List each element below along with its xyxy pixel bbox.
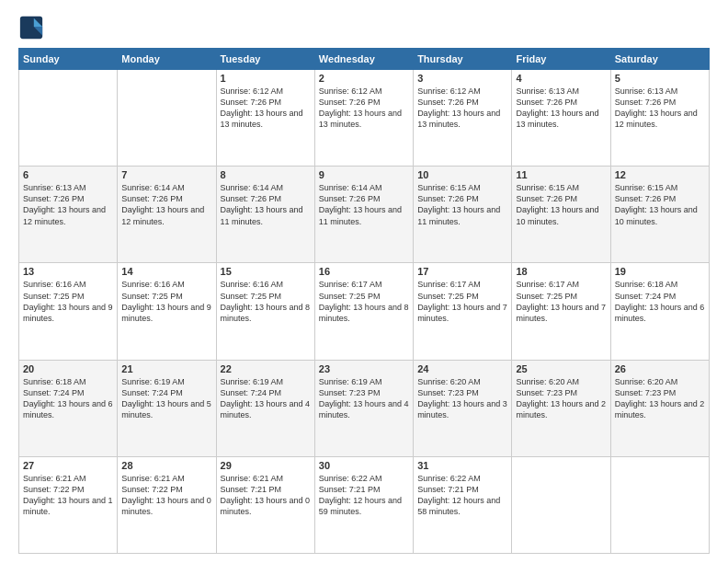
cell-text: Daylight: 13 hours and 2 minutes. [615, 398, 705, 420]
calendar-cell: 9Sunrise: 6:14 AMSunset: 7:26 PMDaylight… [314, 167, 413, 263]
calendar-cell [512, 456, 610, 553]
cell-text: Daylight: 13 hours and 13 minutes. [319, 108, 409, 130]
cell-text: Daylight: 13 hours and 0 minutes. [121, 495, 211, 517]
calendar-header-row: SundayMondayTuesdayWednesdayThursdayFrid… [19, 49, 710, 70]
day-number: 9 [319, 169, 409, 180]
cell-text: Daylight: 13 hours and 5 minutes. [121, 398, 211, 420]
day-number: 20 [23, 363, 113, 374]
calendar-cell: 30Sunrise: 6:22 AMSunset: 7:21 PMDayligh… [314, 456, 413, 553]
calendar-cell: 28Sunrise: 6:21 AMSunset: 7:22 PMDayligh… [118, 456, 216, 553]
cell-text: Sunrise: 6:21 AM [221, 473, 311, 484]
cell-text: Sunset: 7:24 PM [221, 387, 311, 398]
calendar-cell: 3Sunrise: 6:12 AMSunset: 7:26 PMDaylight… [414, 70, 512, 167]
day-number: 5 [615, 73, 705, 84]
day-header-saturday: Saturday [610, 49, 709, 70]
calendar-page: SundayMondayTuesdayWednesdayThursdayFrid… [0, 0, 728, 563]
cell-text: Sunset: 7:25 PM [121, 291, 211, 302]
calendar-cell: 31Sunrise: 6:22 AMSunset: 7:21 PMDayligh… [414, 456, 512, 553]
cell-text: Daylight: 13 hours and 10 minutes. [615, 204, 705, 226]
logo [18, 15, 48, 40]
cell-text: Sunset: 7:26 PM [615, 97, 705, 108]
cell-text: Sunset: 7:25 PM [417, 291, 507, 302]
cell-text: Sunset: 7:21 PM [221, 484, 311, 495]
day-number: 22 [221, 363, 311, 374]
day-number: 25 [516, 363, 606, 374]
calendar-cell: 10Sunrise: 6:15 AMSunset: 7:26 PMDayligh… [414, 167, 512, 263]
day-number: 12 [615, 169, 705, 180]
day-header-sunday: Sunday [19, 49, 118, 70]
cell-text: Sunset: 7:25 PM [221, 291, 311, 302]
cell-text: Sunrise: 6:13 AM [23, 182, 113, 193]
cell-text: Sunset: 7:26 PM [516, 193, 606, 204]
cell-text: Daylight: 13 hours and 13 minutes. [417, 108, 507, 130]
cell-text: Sunrise: 6:22 AM [319, 473, 409, 484]
cell-text: Daylight: 13 hours and 1 minute. [23, 495, 113, 517]
cell-text: Daylight: 13 hours and 8 minutes. [221, 302, 311, 324]
calendar-table: SundayMondayTuesdayWednesdayThursdayFrid… [18, 48, 710, 554]
cell-text: Sunrise: 6:14 AM [319, 182, 409, 193]
cell-text: Sunrise: 6:16 AM [221, 279, 311, 290]
cell-text: Sunrise: 6:14 AM [221, 182, 311, 193]
day-number: 14 [121, 266, 211, 277]
calendar-cell: 20Sunrise: 6:18 AMSunset: 7:24 PMDayligh… [19, 360, 118, 456]
cell-text: Daylight: 13 hours and 12 minutes. [121, 204, 211, 226]
week-row-5: 27Sunrise: 6:21 AMSunset: 7:22 PMDayligh… [19, 456, 710, 553]
week-row-4: 20Sunrise: 6:18 AMSunset: 7:24 PMDayligh… [19, 360, 710, 456]
cell-text: Daylight: 13 hours and 7 minutes. [516, 302, 606, 324]
calendar-cell: 1Sunrise: 6:12 AMSunset: 7:26 PMDaylight… [216, 70, 314, 167]
calendar-cell [118, 70, 216, 167]
day-number: 2 [319, 73, 409, 84]
cell-text: Sunset: 7:26 PM [221, 193, 311, 204]
cell-text: Sunrise: 6:19 AM [121, 376, 211, 387]
cell-text: Sunset: 7:23 PM [417, 387, 507, 398]
cell-text: Sunset: 7:23 PM [319, 387, 409, 398]
cell-text: Sunset: 7:23 PM [615, 387, 705, 398]
cell-text: Sunset: 7:26 PM [417, 193, 507, 204]
cell-text: Sunrise: 6:18 AM [23, 376, 113, 387]
cell-text: Daylight: 13 hours and 12 minutes. [23, 204, 113, 226]
cell-text: Daylight: 13 hours and 2 minutes. [516, 398, 606, 420]
cell-text: Sunset: 7:22 PM [23, 484, 113, 495]
day-number: 10 [417, 169, 507, 180]
day-number: 28 [121, 460, 211, 471]
calendar-cell: 14Sunrise: 6:16 AMSunset: 7:25 PMDayligh… [118, 263, 216, 360]
day-header-thursday: Thursday [414, 49, 512, 70]
day-number: 27 [23, 460, 113, 471]
day-number: 23 [319, 363, 409, 374]
cell-text: Daylight: 13 hours and 11 minutes. [319, 204, 409, 226]
day-number: 6 [23, 169, 113, 180]
cell-text: Sunset: 7:25 PM [23, 291, 113, 302]
day-header-friday: Friday [512, 49, 610, 70]
calendar-cell: 29Sunrise: 6:21 AMSunset: 7:21 PMDayligh… [216, 456, 314, 553]
day-number: 26 [615, 363, 705, 374]
calendar-cell: 25Sunrise: 6:20 AMSunset: 7:23 PMDayligh… [512, 360, 610, 456]
cell-text: Sunrise: 6:15 AM [615, 182, 705, 193]
day-number: 31 [417, 460, 507, 471]
cell-text: Daylight: 13 hours and 6 minutes. [23, 398, 113, 420]
day-number: 16 [319, 266, 409, 277]
day-number: 8 [221, 169, 311, 180]
calendar-cell: 19Sunrise: 6:18 AMSunset: 7:24 PMDayligh… [610, 263, 709, 360]
calendar-cell: 27Sunrise: 6:21 AMSunset: 7:22 PMDayligh… [19, 456, 118, 553]
calendar-cell: 2Sunrise: 6:12 AMSunset: 7:26 PMDaylight… [314, 70, 413, 167]
day-number: 13 [23, 266, 113, 277]
cell-text: Sunset: 7:21 PM [319, 484, 409, 495]
cell-text: Sunrise: 6:20 AM [417, 376, 507, 387]
cell-text: Sunrise: 6:12 AM [221, 86, 311, 97]
cell-text: Sunrise: 6:21 AM [121, 473, 211, 484]
cell-text: Daylight: 13 hours and 3 minutes. [417, 398, 507, 420]
cell-text: Sunset: 7:26 PM [516, 97, 606, 108]
cell-text: Sunrise: 6:19 AM [221, 376, 311, 387]
cell-text: Sunrise: 6:20 AM [615, 376, 705, 387]
cell-text: Sunrise: 6:17 AM [417, 279, 507, 290]
cell-text: Daylight: 13 hours and 12 minutes. [615, 108, 705, 130]
day-number: 17 [417, 266, 507, 277]
day-number: 1 [221, 73, 311, 84]
day-number: 3 [417, 73, 507, 84]
cell-text: Sunset: 7:24 PM [615, 291, 705, 302]
week-row-2: 6Sunrise: 6:13 AMSunset: 7:26 PMDaylight… [19, 167, 710, 263]
cell-text: Sunset: 7:24 PM [121, 387, 211, 398]
cell-text: Sunrise: 6:17 AM [319, 279, 409, 290]
cell-text: Daylight: 13 hours and 4 minutes. [319, 398, 409, 420]
cell-text: Daylight: 13 hours and 4 minutes. [221, 398, 311, 420]
